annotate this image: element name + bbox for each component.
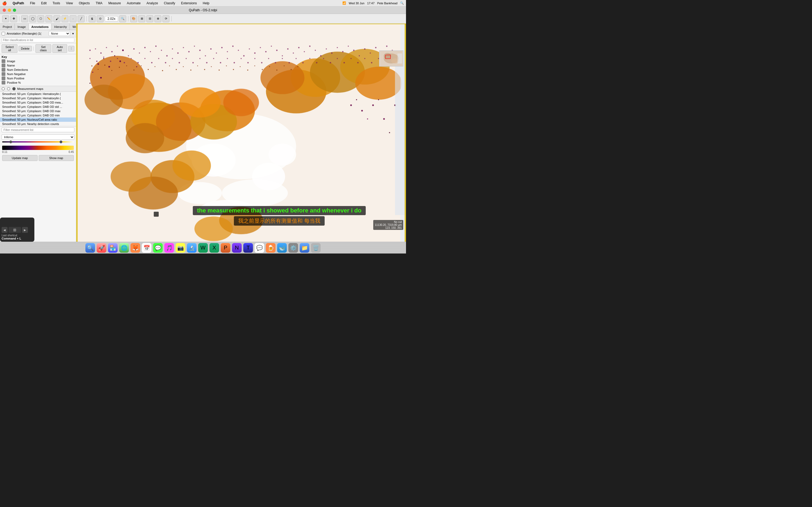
measurement-item-6[interactable]: Smoothed: 50 µm: Nucleus/Cell area ratio [0, 117, 76, 122]
key-label-name: Name [7, 64, 15, 67]
toolbar-rect[interactable]: ▭ [21, 15, 28, 22]
overlay-btn[interactable]: ⊞ [138, 15, 145, 22]
nav-grid-btn[interactable]: ⊞ [9, 227, 21, 233]
tab-hierarchy[interactable]: Hierarchy [52, 23, 70, 30]
radio-option-1[interactable] [2, 87, 5, 91]
toolbar-circle-arrow[interactable]: ⊙ [97, 15, 104, 22]
menubar-extensions[interactable]: Extensions [180, 1, 198, 6]
toolbar-points[interactable]: · [69, 15, 77, 22]
grid-btn[interactable]: ⊟ [146, 15, 153, 22]
dock-calendar[interactable]: 📅 [142, 243, 151, 253]
dock-system-prefs[interactable]: ⚙️ [288, 243, 298, 253]
dock-firefox[interactable]: 🦊 [131, 243, 140, 253]
radio-option-3[interactable] [12, 87, 15, 91]
toolbar-pointer[interactable]: ✦ [2, 15, 9, 22]
dock-slack[interactable]: 💬 [255, 243, 264, 253]
dock-teams[interactable]: T [243, 243, 253, 253]
tab-project[interactable]: Project [0, 23, 15, 30]
toolbar-ellipse[interactable]: ◯ [29, 15, 36, 22]
delete-button[interactable]: Delete [18, 46, 32, 51]
radio-option-2[interactable] [7, 87, 10, 91]
menubar-help[interactable]: Help [202, 1, 210, 6]
menubar-edit[interactable]: Edit [40, 1, 48, 6]
menubar-classify[interactable]: Classify [163, 1, 176, 6]
dock-music[interactable]: 🎵 [164, 243, 174, 253]
measurement-item-4[interactable]: Smoothed: 50 µm: Cytoplasm: DAB OD max [0, 109, 76, 113]
toolbar-move[interactable]: ✥ [10, 15, 17, 22]
slider-thumb-min[interactable] [9, 140, 12, 143]
toolbar-s[interactable]: S [89, 15, 96, 22]
annotation-btn[interactable]: ⊕ [154, 15, 161, 22]
slide-btn[interactable]: ⟳ [162, 15, 169, 22]
svg-point-72 [210, 48, 212, 50]
measurement-filter-input[interactable] [2, 127, 74, 132]
toolbar-line[interactable]: ╱ [78, 15, 85, 22]
navigation-arrows: ◀ ⊞ ▶ [2, 227, 33, 233]
dock-launchpad[interactable]: 🚀 [97, 243, 106, 253]
update-map-button[interactable]: Update map [2, 155, 38, 161]
toolbar-freehand[interactable]: ✏️ [45, 15, 52, 22]
svg-point-142 [330, 62, 331, 63]
color-btn[interactable]: 🎨 [130, 15, 137, 22]
dock-powerpoint[interactable]: P [221, 243, 231, 253]
dock-qupath[interactable]: 🔬 [187, 243, 197, 253]
menubar-tma[interactable]: TMA [95, 1, 103, 6]
slider-thumb-max[interactable] [60, 140, 62, 143]
svg-point-59 [139, 53, 140, 54]
measurement-list[interactable]: Smoothed: 50 µm: Cytoplasm: Hematoxylin … [0, 92, 76, 126]
menubar-automate[interactable]: Automate [126, 1, 142, 6]
more-options-button[interactable]: ⋮ [68, 46, 74, 52]
annotation-label: Annotation (Rectangle) (1( [7, 32, 47, 35]
show-map-button[interactable]: Show map [39, 155, 74, 161]
tab-image[interactable]: Image [15, 23, 29, 30]
measurement-item-5[interactable]: Smoothed: 50 µm: Cytoplasm: DAB OD min [0, 113, 76, 117]
svg-point-191 [384, 53, 391, 59]
menubar-view[interactable]: View [65, 1, 74, 6]
menubar-measure[interactable]: Measure [107, 1, 122, 6]
dock-docker[interactable]: 🐋 [277, 243, 287, 253]
dock-finder-2[interactable]: 📁 [300, 243, 309, 253]
toolbar-brush[interactable]: 🖌 [53, 15, 60, 22]
dock-safari[interactable]: 🌐 [119, 243, 129, 253]
dock-photos[interactable]: 📷 [175, 243, 185, 253]
dock-messages[interactable]: 💬 [153, 243, 163, 253]
colormap-select[interactable]: Inferno Viridis Magma Plasma Hot Cool [2, 134, 74, 140]
measurement-item-3[interactable]: Smoothed: 50 µm: Cytoplasm: DAB OD std .… [0, 105, 76, 109]
measurement-item-0[interactable]: Smoothed: 50 µm: Cytoplasm: Hematoxylin … [0, 92, 76, 96]
select-all-button[interactable]: Select all [2, 44, 17, 53]
svg-point-84 [276, 50, 277, 51]
dock-appstore[interactable]: 🏪 [108, 243, 118, 253]
menubar-file[interactable]: File [29, 1, 36, 6]
close-button[interactable] [3, 9, 6, 12]
set-class-button[interactable]: Set class [36, 44, 51, 53]
nav-prev-btn[interactable]: ◀ [2, 227, 7, 233]
annotation-checkbox[interactable] [2, 32, 5, 36]
dock-excel[interactable]: X [209, 243, 219, 253]
measurement-item-1[interactable]: Smoothed: 50 µm: Cytoplasm: Hematoxylin … [0, 96, 76, 100]
dock-word[interactable]: W [198, 243, 208, 253]
apple-menu[interactable]: 🍎 [2, 1, 7, 5]
classifications-filter-input[interactable] [2, 38, 74, 42]
minimize-button[interactable] [8, 9, 11, 12]
maximize-button[interactable] [13, 9, 16, 12]
measurement-item-2[interactable]: Smoothed: 50 µm: Cytoplasm: DAB OD mea..… [0, 100, 76, 105]
toolbar-wand[interactable]: ⚡ [61, 15, 68, 22]
tab-annotations[interactable]: Annotations [29, 23, 52, 30]
nav-next-btn[interactable]: ▶ [22, 227, 28, 233]
dock-brew[interactable]: 🍺 [266, 243, 275, 253]
menubar-search-icon[interactable]: 🔍 [400, 1, 404, 5]
menubar-qupath[interactable]: QuPath [11, 1, 25, 6]
annotation-class-select[interactable]: None [49, 31, 70, 36]
auto-set-button[interactable]: Auto set [52, 44, 67, 53]
measurement-item-7[interactable]: Smoothed: 50 µm: Nearby detection counts [0, 122, 76, 126]
menubar-objects[interactable]: Objects [78, 1, 91, 6]
menubar-analyze[interactable]: Analyze [146, 1, 159, 6]
dock-onenote[interactable]: N [232, 243, 242, 253]
menubar-tools[interactable]: Tools [52, 1, 61, 6]
main-image-area[interactable]: the measurements that i showed before an… [76, 23, 406, 242]
menubar-user: Pete Bankhead [377, 2, 397, 5]
toolbar-polygon[interactable]: ⬡ [37, 15, 44, 22]
dock-trash[interactable]: 🗑️ [311, 243, 321, 253]
dock-finder[interactable]: 🔍 [85, 243, 95, 253]
zoom-out-btn[interactable]: 🔍 [119, 15, 126, 22]
